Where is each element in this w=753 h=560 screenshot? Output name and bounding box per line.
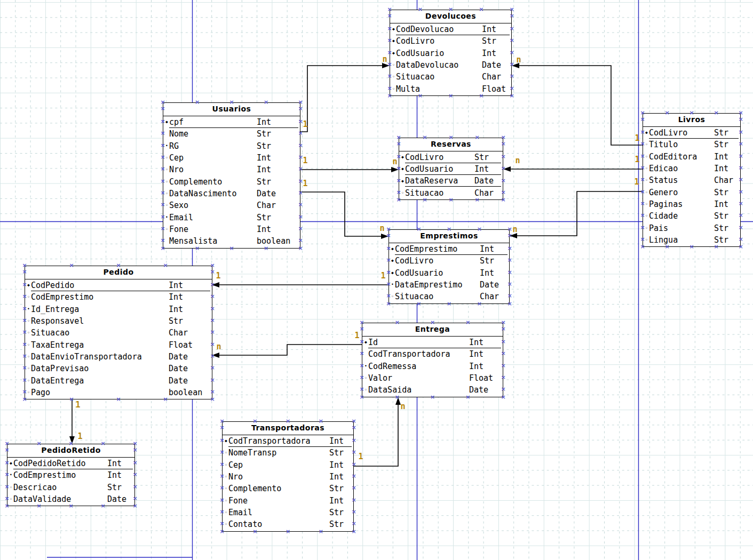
field-name: DataPrevisao xyxy=(31,364,169,373)
circle-marker-icon: ◦ xyxy=(644,166,649,171)
table-usuarios[interactable]: Usuarios◆cpfIntNomeStr•RGStr◦CepInt◦NroI… xyxy=(163,102,300,249)
field-type: Str xyxy=(107,483,133,492)
field-type: Date xyxy=(474,176,501,186)
field-name: Id xyxy=(368,338,469,347)
field-name: Titulo xyxy=(649,140,714,149)
field-name: Email xyxy=(228,508,329,517)
table-title: Usuarios xyxy=(163,103,300,116)
circle-marker-icon: ◦ xyxy=(26,354,31,359)
table-field: ◦CepInt xyxy=(163,152,300,164)
circle-marker-icon: ◦ xyxy=(224,498,228,503)
field-name: CodEditora xyxy=(649,152,714,162)
field-type: Date xyxy=(169,364,210,373)
field-type: Int xyxy=(169,305,210,314)
field-name: CodRemessa xyxy=(368,362,469,371)
table-field: ◆DataReservaDate xyxy=(399,175,503,187)
table-field: ◦DataValidadeDate xyxy=(7,493,134,505)
field-type: boolean xyxy=(169,388,210,397)
connector-usuarios-emprestimos[interactable] xyxy=(300,192,388,236)
field-type: Date xyxy=(480,280,508,290)
field-type: Float xyxy=(482,84,510,94)
field-type: boolean xyxy=(257,236,298,246)
diamond-marker-icon: ◆ xyxy=(391,51,396,55)
table-pedido[interactable]: Pedido◆CodPedidoInt◦CodEmprestimoInt•Id_… xyxy=(25,266,212,399)
field-type: Str xyxy=(257,177,298,187)
diamond-marker-icon: ◆ xyxy=(164,120,169,124)
table-entrega[interactable]: Entrega◆IdIntCodTransportadoraInt•CodRem… xyxy=(362,323,503,397)
table-devolucoes[interactable]: Devolucoes◆CodDevolucaoInt◆CodLivroStr◆C… xyxy=(390,10,512,96)
diamond-marker-icon: ◆ xyxy=(26,283,31,287)
connector-usuarios-devolucoes[interactable] xyxy=(300,66,389,132)
field-type: Int xyxy=(469,338,501,347)
circle-marker-icon: ◦ xyxy=(164,167,169,172)
table-field: •DataEmprestimoDate xyxy=(389,279,509,291)
circle-marker-icon: ◦ xyxy=(164,203,169,208)
field-name: Situacao xyxy=(31,328,169,338)
diamond-marker-icon: ◆ xyxy=(224,439,228,443)
table-emprestimos[interactable]: Emprestimos◆CodEmprestimoInt◆CodLivroStr… xyxy=(389,229,510,304)
table-field: ◦DataDevolucaoDate xyxy=(390,59,511,71)
field-name: CodLivro xyxy=(649,128,714,138)
field-name: Complemento xyxy=(228,484,329,493)
field-name: Fone xyxy=(169,225,257,234)
field-type: Int xyxy=(469,362,501,371)
field-name: CodEmprestimo xyxy=(31,292,169,302)
circle-marker-icon: ◦ xyxy=(26,390,31,395)
table-field: ◦EmailStr xyxy=(223,507,353,518)
connector-entrega-pedido[interactable] xyxy=(212,345,362,355)
table-title: Devolucoes xyxy=(390,10,511,23)
table-field: ◆CodLivroStr xyxy=(389,255,509,267)
circle-marker-icon: ◦ xyxy=(26,378,31,383)
table-field: ◦FoneInt xyxy=(163,223,300,235)
table-field: ◦ComplementoStr xyxy=(223,483,353,494)
field-type: Int xyxy=(257,117,298,127)
field-type: Date xyxy=(482,60,510,70)
field-type: Int xyxy=(169,292,210,302)
table-transportadoras[interactable]: Transportadoras◆CodTransportadoraInt◦Nom… xyxy=(222,421,354,532)
table-field: ◦DataEnvioTransportadoraDate xyxy=(25,351,212,363)
field-name: Mensalista xyxy=(169,236,257,246)
table-field: ◦FoneInt xyxy=(223,494,353,506)
table-livros[interactable]: Livros◆CodLivroStr◦TituloStr◦CodEditoraI… xyxy=(643,113,741,247)
field-name: Lingua xyxy=(649,235,714,245)
circle-marker-icon: ◦ xyxy=(26,318,31,324)
dot-marker-icon: • xyxy=(390,283,395,287)
field-type: Int xyxy=(329,460,352,470)
field-type: Str xyxy=(257,141,298,151)
field-name: CodLivro xyxy=(405,153,474,162)
circle-marker-icon: ◦ xyxy=(224,522,228,527)
circle-marker-icon: ◦ xyxy=(644,226,649,231)
field-type: Int xyxy=(714,152,739,162)
circle-marker-icon: ◦ xyxy=(26,294,31,300)
table-field: ◦SexoChar xyxy=(163,199,300,211)
dot-marker-icon: • xyxy=(164,144,169,148)
table-title: Emprestimos xyxy=(389,230,509,243)
table-field: ◦GeneroStr xyxy=(643,186,740,198)
circle-marker-icon: ◦ xyxy=(644,202,649,207)
field-type: Str xyxy=(714,140,739,149)
table-field: •EmailStr xyxy=(163,211,300,223)
circle-marker-icon: ◦ xyxy=(9,497,13,502)
field-type: Str xyxy=(480,256,508,266)
table-field: •CodEmprestimoInt xyxy=(7,469,134,481)
field-type: Int xyxy=(107,470,133,480)
table-field: ◆IdInt xyxy=(362,337,503,348)
dot-marker-icon: • xyxy=(363,364,368,369)
field-type: Date xyxy=(469,385,501,395)
table-field: ◆CodLivroStr xyxy=(399,151,503,163)
table-title: Entrega xyxy=(362,323,503,337)
connector-transportadoras-entrega[interactable] xyxy=(354,398,398,466)
table-pedidoretido[interactable]: PedidoRetido◆CodPedidoRetidoInt•CodEmpre… xyxy=(7,444,135,506)
field-name: Pago xyxy=(31,388,169,397)
field-name: CodPedidoRetido xyxy=(13,459,107,468)
field-name: Situacao xyxy=(395,292,480,301)
circle-marker-icon: ◦ xyxy=(224,450,228,455)
field-name: DataReserva xyxy=(405,176,474,186)
table-field: ◦DataSaidaDate xyxy=(362,384,503,396)
field-name: RG xyxy=(169,141,257,151)
circle-marker-icon: ◦ xyxy=(390,294,395,299)
connector-livros-devolucoes[interactable] xyxy=(512,66,643,145)
field-type: Int xyxy=(469,349,501,359)
dot-marker-icon: • xyxy=(26,307,31,311)
table-reservas[interactable]: Reservas◆CodLivroStr◆CodUsuarioInt◆DataR… xyxy=(399,138,503,200)
